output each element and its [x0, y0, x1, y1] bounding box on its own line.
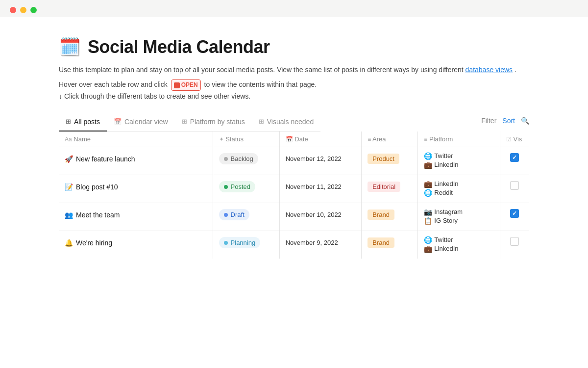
row-name: 🚀New feature launch	[65, 155, 135, 163]
table-row[interactable]: 🚀New feature launchBacklogNovember 12, 2…	[59, 147, 529, 175]
row-emoji: 🔔	[65, 239, 73, 247]
th-name-icon: Aa	[65, 136, 72, 143]
description-2: Hover over each table row and click OPEN…	[59, 79, 529, 102]
row-name-text: We're hiring	[76, 239, 112, 247]
dot-red[interactable]	[10, 7, 16, 13]
row-name: 🔔We're hiring	[65, 239, 112, 247]
platform-emoji: 💼	[424, 161, 432, 169]
status-dot	[224, 157, 228, 161]
checkbox-checked[interactable]	[510, 153, 519, 162]
tab-calendar-label: Calendar view	[124, 118, 168, 126]
status-dot	[224, 213, 228, 217]
tab-actions: Filter Sort 🔍	[481, 117, 529, 129]
platform-item: 📷Instagram	[424, 208, 463, 216]
cell-date-new-feature-launch: November 12, 2022	[279, 147, 362, 175]
status-label: Posted	[231, 183, 250, 190]
cell-vis-were-hiring[interactable]	[500, 231, 529, 259]
th-area: ≡ Area	[362, 131, 418, 147]
th-area-icon: ≡	[368, 136, 371, 143]
cell-area-new-feature-launch: Product	[362, 147, 418, 175]
cell-platform-meet-the-team: 📷Instagram📋IG Story	[418, 203, 500, 231]
platform-emoji: 💼	[424, 245, 432, 253]
cell-vis-meet-the-team[interactable]	[500, 203, 529, 231]
table-row[interactable]: 📝Blog post #10PostedNovember 11, 2022Edi…	[59, 175, 529, 203]
platform-item: 💼LinkedIn	[424, 245, 458, 253]
tab-platform-icon: ⊞	[182, 118, 187, 125]
page-icon: 🗓️	[59, 37, 81, 57]
tab-all-posts[interactable]: ⊞ All posts	[59, 114, 107, 131]
th-status-label: Status	[225, 135, 244, 143]
th-platform: ≡ Platform	[418, 131, 500, 147]
search-icon[interactable]: 🔍	[521, 117, 529, 125]
th-status-icon: ✦	[219, 136, 224, 143]
status-label: Backlog	[231, 155, 253, 162]
th-name: Aa Name	[59, 131, 213, 147]
platform-name: Twitter	[434, 152, 453, 159]
cell-vis-new-feature-launch[interactable]	[500, 147, 529, 175]
checkbox-checked[interactable]	[510, 209, 519, 218]
cell-name-new-feature-launch: 🚀New feature launch	[59, 147, 213, 175]
open-label: OPEN	[181, 80, 198, 90]
posts-table: Aa Name ✦ Status 📅 Date ≡ Area ≡ Plat	[59, 131, 529, 259]
checkbox-unchecked[interactable]	[510, 237, 519, 246]
cell-date-were-hiring: November 9, 2022	[279, 231, 362, 259]
row-emoji: 🚀	[65, 155, 73, 163]
date-text: November 9, 2022	[286, 239, 338, 246]
cell-name-meet-the-team: 👥Meet the team	[59, 203, 213, 231]
platform-item: 🌐Twitter	[424, 236, 453, 244]
table-row[interactable]: 👥Meet the teamDraftNovember 10, 2022Bran…	[59, 203, 529, 231]
tab-visuals-label: Visuals needed	[267, 118, 314, 126]
tab-platform-by-status[interactable]: ⊞ Platform by status	[175, 114, 252, 131]
row-emoji: 👥	[65, 211, 73, 219]
filter-button[interactable]: Filter	[481, 117, 496, 125]
th-name-label: Name	[74, 135, 91, 143]
status-label: Draft	[231, 211, 245, 218]
cell-status-new-feature-launch: Backlog	[213, 147, 279, 175]
tab-all-posts-label: All posts	[74, 118, 100, 126]
platform-name: LinkedIn	[434, 245, 458, 252]
checkbox-unchecked[interactable]	[510, 181, 519, 190]
platform-name: Twitter	[434, 236, 453, 243]
tab-visuals-icon: ⊞	[259, 118, 264, 125]
desc2-text-end: to view the contents within that page.	[204, 80, 317, 88]
date-text: November 10, 2022	[286, 211, 342, 218]
row-name: 👥Meet the team	[65, 211, 120, 219]
dot-yellow[interactable]	[20, 7, 26, 13]
platform-name: IG Story	[434, 217, 458, 224]
platform-item: 🌐Reddit	[424, 189, 453, 197]
desc2-text: Hover over each table row and click	[59, 80, 168, 88]
status-badge: Posted	[219, 181, 255, 192]
tab-platform-label: Platform by status	[190, 118, 245, 126]
th-date-label: Date	[294, 135, 308, 143]
table-row[interactable]: 🔔We're hiringPlanningNovember 9, 2022Bra…	[59, 231, 529, 259]
cell-name-blog-post-10: 📝Blog post #10	[59, 175, 213, 203]
status-dot	[224, 185, 228, 189]
date-text: November 11, 2022	[286, 183, 342, 190]
th-date-icon: 📅	[286, 136, 293, 143]
cell-vis-blog-post-10[interactable]	[500, 175, 529, 203]
area-badge: Product	[368, 154, 399, 164]
th-platform-label: Platform	[429, 135, 453, 143]
sort-button[interactable]: Sort	[502, 117, 515, 125]
area-badge: Editorial	[368, 182, 400, 192]
open-badge: OPEN	[171, 79, 201, 91]
th-vis-label: Vis	[513, 135, 522, 143]
titlebar	[0, 0, 588, 17]
cell-area-were-hiring: Brand	[362, 231, 418, 259]
tab-calendar-icon: 📅	[114, 118, 122, 125]
th-status: ✦ Status	[213, 131, 279, 147]
status-badge: Draft	[219, 209, 249, 220]
main-content: 🗓️ Social Media Calendar Use this templa…	[0, 17, 588, 361]
tab-calendar-view[interactable]: 📅 Calendar view	[107, 114, 175, 131]
dot-green[interactable]	[30, 7, 37, 13]
database-views-link[interactable]: database views	[466, 66, 513, 74]
tab-all-posts-icon: ⊞	[66, 118, 71, 125]
platform-item: 📋IG Story	[424, 217, 458, 225]
platform-item: 🌐Twitter	[424, 152, 453, 160]
status-badge: Backlog	[219, 153, 258, 164]
th-vis-icon: ☑	[506, 136, 512, 143]
platform-name: LinkedIn	[434, 161, 458, 168]
area-badge: Brand	[368, 210, 394, 220]
tab-visuals-needed[interactable]: ⊞ Visuals needed	[252, 114, 320, 131]
cell-area-blog-post-10: Editorial	[362, 175, 418, 203]
